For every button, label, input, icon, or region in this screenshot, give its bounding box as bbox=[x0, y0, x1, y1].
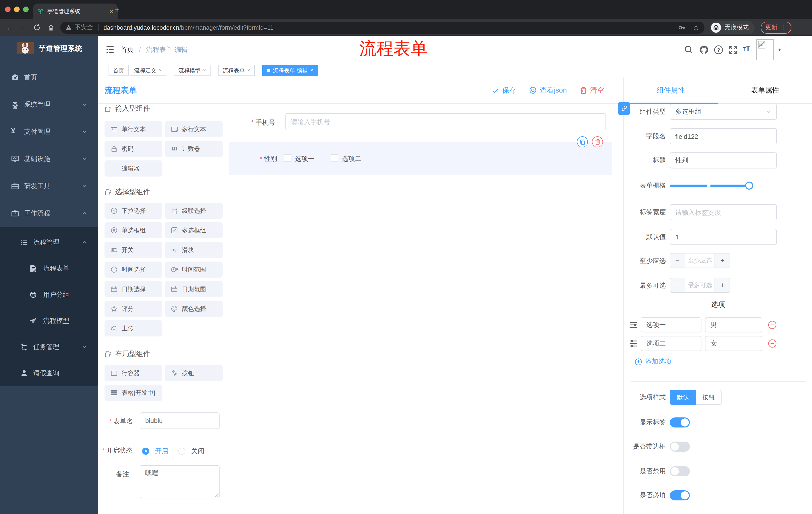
sidebar-item-leave-query[interactable]: 请假查询 bbox=[0, 360, 98, 386]
add-option-button[interactable]: 添加选项 bbox=[635, 357, 671, 366]
palette-item-time-picker[interactable]: 时间选择 bbox=[105, 262, 162, 278]
avatar-caret-icon[interactable]: ▾ bbox=[778, 47, 781, 52]
plus-button[interactable]: + bbox=[715, 253, 730, 268]
palette-item-single-text[interactable]: 单行文本 bbox=[105, 121, 162, 137]
reload-icon[interactable] bbox=[33, 24, 42, 31]
border-switch[interactable] bbox=[670, 441, 690, 452]
sidebar-item-workflow[interactable]: 工作流程 bbox=[0, 200, 98, 227]
window-close-button[interactable] bbox=[5, 6, 10, 12]
style-button-button[interactable]: 按钮 bbox=[696, 390, 722, 405]
style-default-button[interactable]: 默认 bbox=[670, 390, 696, 405]
bookmark-star-icon[interactable]: ☆ bbox=[693, 23, 699, 32]
component-type-select[interactable]: 多选框组 bbox=[670, 104, 777, 120]
tab-form-props[interactable]: 表单属性 bbox=[718, 77, 812, 103]
search-icon[interactable] bbox=[684, 45, 694, 55]
palette-item-button[interactable]: 按钮 bbox=[165, 365, 223, 381]
address-bar[interactable]: 不安全 dashboard.yudao.iocoder.cn/bpm/manag… bbox=[60, 21, 704, 33]
form-name-input[interactable] bbox=[140, 412, 220, 429]
tab-close-icon[interactable]: × bbox=[110, 8, 113, 15]
copy-component-button[interactable] bbox=[577, 136, 588, 147]
gender-option-1[interactable]: 选项一 bbox=[284, 154, 315, 163]
remove-option-icon[interactable] bbox=[768, 320, 777, 329]
close-icon[interactable]: × bbox=[203, 65, 206, 76]
option-value-input[interactable] bbox=[705, 317, 762, 332]
help-icon[interactable]: ? bbox=[714, 45, 724, 55]
breadcrumb-home[interactable]: 首页 bbox=[121, 46, 134, 53]
slider-handle[interactable] bbox=[745, 182, 753, 190]
tag-process-form-edit[interactable]: 流程表单-编辑× bbox=[262, 65, 318, 76]
fullscreen-icon[interactable] bbox=[728, 45, 738, 55]
tab-component-props[interactable]: 组件属性 bbox=[624, 77, 718, 103]
sidebar-item-user-group[interactable]: 用户分组 bbox=[0, 282, 98, 308]
palette-item-slider[interactable]: 滑块 bbox=[165, 242, 223, 258]
palette-item-editor[interactable]: 编辑器 bbox=[105, 160, 162, 177]
resize-handle-icon[interactable] bbox=[214, 493, 219, 497]
label-width-input[interactable] bbox=[670, 204, 777, 220]
palette-item-row-container[interactable]: 行容器 bbox=[105, 365, 162, 381]
plus-button[interactable]: + bbox=[715, 278, 730, 292]
min-select-value[interactable]: 至少应选 bbox=[685, 253, 715, 268]
palette-item-select[interactable]: 下拉选择 bbox=[105, 203, 162, 219]
status-radio-on[interactable]: 开启 bbox=[142, 446, 168, 456]
close-icon[interactable]: × bbox=[310, 65, 313, 76]
grid-slider[interactable] bbox=[670, 185, 749, 187]
tag-process-definition[interactable]: 流程定义× bbox=[129, 65, 166, 76]
drag-handle-icon[interactable] bbox=[629, 340, 638, 348]
close-icon[interactable]: × bbox=[159, 65, 162, 76]
palette-item-cascader[interactable]: 级联选择 bbox=[165, 203, 223, 219]
sidebar-item-devtools[interactable]: 研发工具 bbox=[0, 172, 98, 200]
palette-item-password[interactable]: 密码 bbox=[105, 141, 162, 157]
github-icon[interactable] bbox=[699, 45, 709, 55]
font-size-icon[interactable]: TT bbox=[743, 44, 753, 54]
forward-icon[interactable]: → bbox=[19, 23, 28, 32]
palette-item-table[interactable]: 表格[开发中] bbox=[105, 385, 162, 401]
status-radio-off[interactable]: 关闭 bbox=[178, 446, 204, 456]
show-label-switch[interactable] bbox=[670, 417, 690, 428]
palette-item-rate[interactable]: 评分 bbox=[105, 301, 162, 317]
browser-tab[interactable]: 芋道管理系统 × bbox=[33, 3, 118, 19]
sidebar-logo[interactable]: 芋道管理系统 bbox=[0, 36, 98, 61]
minus-button[interactable]: − bbox=[670, 253, 685, 268]
key-icon[interactable] bbox=[677, 23, 686, 31]
gender-option-2[interactable]: 选项二 bbox=[330, 154, 361, 163]
close-icon[interactable]: × bbox=[247, 65, 250, 76]
palette-item-checkbox-group[interactable]: 多选框组 bbox=[165, 222, 223, 238]
sidebar-item-process-manage[interactable]: 流程管理 bbox=[0, 229, 98, 255]
drag-handle-icon[interactable] bbox=[629, 321, 638, 329]
palette-item-radio-group[interactable]: 单选框组 bbox=[105, 222, 162, 238]
option-label-input[interactable] bbox=[641, 336, 701, 351]
minus-button[interactable]: − bbox=[670, 278, 685, 292]
remove-option-icon[interactable] bbox=[768, 339, 777, 348]
default-value-input[interactable] bbox=[670, 229, 777, 245]
option-label-input[interactable] bbox=[641, 317, 701, 332]
sidebar-fold-icon[interactable] bbox=[106, 45, 115, 54]
clear-button[interactable]: 清空 bbox=[580, 86, 604, 95]
title-input[interactable] bbox=[670, 153, 777, 168]
disabled-switch[interactable] bbox=[670, 466, 690, 476]
palette-item-upload[interactable]: 上传 bbox=[105, 320, 162, 336]
sidebar-item-home[interactable]: 首页 bbox=[0, 64, 98, 91]
palette-item-date-range[interactable]: 日期范围 bbox=[165, 281, 223, 297]
field-name-input[interactable] bbox=[670, 128, 777, 144]
browser-menu-icon[interactable]: ⋮ bbox=[781, 24, 787, 31]
palette-item-multi-text[interactable]: 多行文本 bbox=[165, 121, 223, 137]
palette-item-switch[interactable]: 开关 bbox=[105, 242, 162, 258]
remark-textarea[interactable]: 嘿嘿 bbox=[140, 465, 220, 498]
required-switch[interactable] bbox=[670, 490, 690, 501]
palette-item-time-range[interactable]: 时间范围 bbox=[165, 262, 223, 278]
delete-component-button[interactable] bbox=[592, 136, 603, 147]
phone-field-input[interactable] bbox=[285, 113, 606, 130]
back-icon[interactable]: ← bbox=[5, 23, 14, 32]
palette-item-counter[interactable]: 123 计数器 bbox=[165, 141, 223, 157]
update-button[interactable]: 更新 ⋮ bbox=[761, 21, 791, 33]
save-button[interactable]: 保存 bbox=[492, 86, 516, 95]
sidebar-item-payment[interactable]: ¥ 支付管理 bbox=[0, 118, 98, 145]
sidebar-item-infrastructure[interactable]: 基础设施 bbox=[0, 145, 98, 172]
max-select-value[interactable]: 最多可选 bbox=[685, 278, 715, 292]
tag-home[interactable]: 首页 bbox=[109, 65, 128, 76]
option-value-input[interactable] bbox=[705, 336, 762, 351]
window-zoom-button[interactable] bbox=[23, 6, 29, 12]
palette-item-color-picker[interactable]: 颜色选择 bbox=[165, 301, 223, 317]
tag-process-model[interactable]: 流程模型× bbox=[174, 65, 210, 76]
view-json-button[interactable]: 查看json bbox=[529, 86, 567, 95]
